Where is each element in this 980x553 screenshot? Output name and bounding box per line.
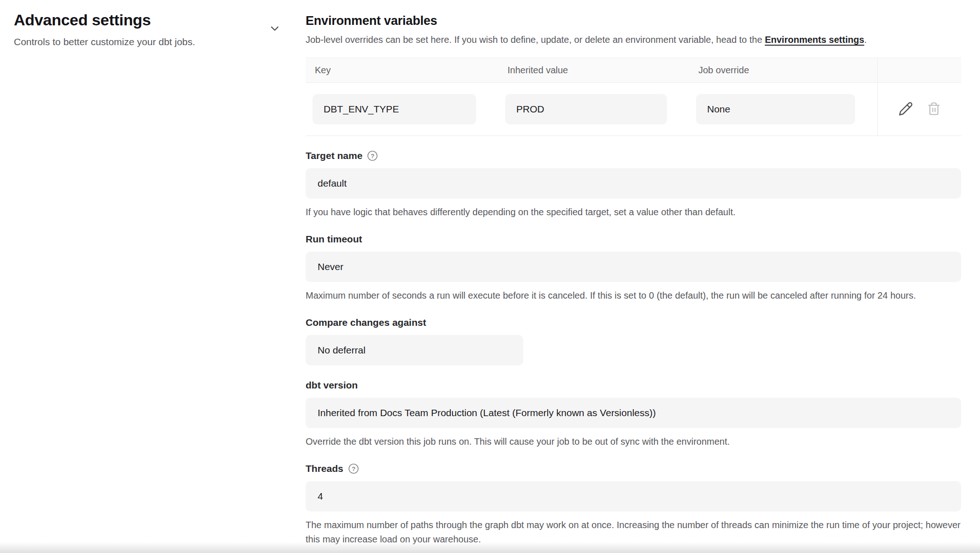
svg-text:?: ?	[371, 153, 374, 159]
column-header-actions	[877, 58, 961, 82]
column-header-key: Key	[306, 58, 498, 82]
description-period: .	[864, 35, 867, 45]
section-heading: Environment variables	[306, 14, 961, 28]
target-name-label-row: Target name ?	[306, 150, 961, 161]
table-header-row: Key Inherited value Job override	[306, 58, 961, 83]
edit-icon	[898, 101, 913, 118]
delete-icon	[927, 102, 941, 117]
table-row: DBT_ENV_TYPE PROD None	[306, 83, 961, 135]
svg-text:?: ?	[352, 465, 355, 472]
help-circle-icon[interactable]: ?	[348, 463, 359, 474]
target-name-input[interactable]: default	[306, 168, 961, 199]
field-dbt-version: dbt version Inherited from Docs Team Pro…	[306, 380, 961, 449]
dbt-version-label: dbt version	[306, 380, 358, 391]
page-subtitle: Controls to better customize your dbt jo…	[14, 36, 290, 47]
run-timeout-select[interactable]: Never	[306, 252, 961, 282]
compare-changes-label: Compare changes against	[306, 317, 426, 328]
column-header-job-override: Job override	[689, 58, 877, 82]
advanced-settings-panel: Advanced settings Controls to better cus…	[14, 11, 290, 47]
scroll-fade-divider	[0, 542, 980, 553]
field-target-name: Target name ? default If you have logic …	[306, 150, 961, 219]
chevron-down-icon	[268, 22, 281, 36]
delete-env-var-button[interactable]	[925, 100, 943, 119]
target-name-help-text: If you have logic that behaves different…	[306, 205, 961, 219]
help-circle-icon[interactable]: ?	[367, 150, 378, 161]
field-threads: Threads ? 4 The maximum number of paths …	[306, 463, 961, 547]
threads-input[interactable]: 4	[306, 481, 961, 512]
threads-label-row: Threads ?	[306, 463, 961, 474]
target-name-label: Target name	[306, 150, 362, 161]
section-description: Job-level overrides can be set here. If …	[306, 33, 961, 47]
env-var-job-override-field[interactable]: None	[696, 94, 855, 124]
dbt-version-help-text: Override the dbt version this job runs o…	[306, 435, 961, 449]
field-compare-changes: Compare changes against No deferral	[306, 317, 961, 365]
run-timeout-label: Run timeout	[306, 234, 362, 245]
page-title: Advanced settings	[14, 11, 290, 29]
row-actions	[877, 83, 961, 135]
field-run-timeout: Run timeout Never Maximum number of seco…	[306, 234, 961, 303]
collapse-section-button[interactable]	[268, 22, 282, 36]
environments-settings-link[interactable]: Environments settings	[765, 35, 864, 45]
run-timeout-help-text: Maximum number of seconds a run will exe…	[306, 288, 961, 303]
threads-label: Threads	[306, 463, 343, 474]
compare-changes-select[interactable]: No deferral	[306, 335, 523, 365]
environment-variables-section: Environment variables Job-level override…	[306, 0, 961, 547]
env-var-key-field[interactable]: DBT_ENV_TYPE	[313, 94, 476, 124]
env-variables-table: Key Inherited value Job override DBT_ENV…	[306, 58, 961, 136]
env-var-inherited-value-field[interactable]: PROD	[505, 94, 667, 124]
column-header-inherited-value: Inherited value	[498, 58, 689, 82]
edit-env-var-button[interactable]	[897, 100, 915, 119]
dbt-version-select[interactable]: Inherited from Docs Team Production (Lat…	[306, 398, 961, 428]
description-text: Job-level overrides can be set here. If …	[306, 35, 765, 45]
